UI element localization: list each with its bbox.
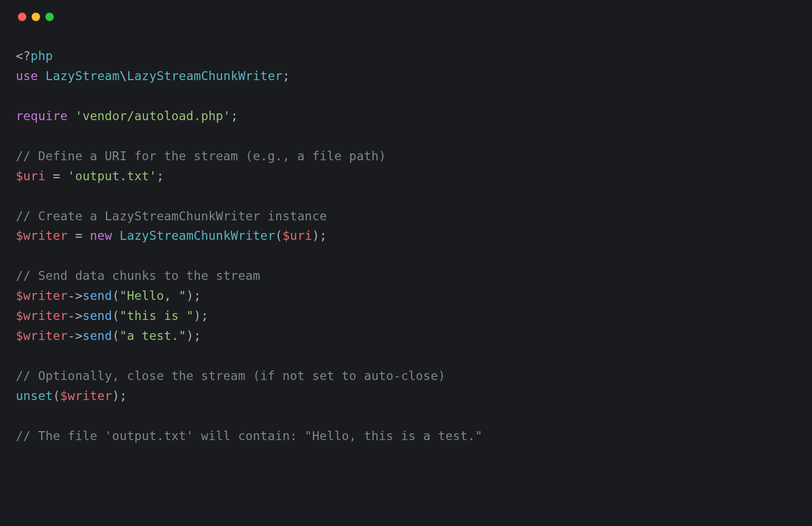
code-token: use — [16, 69, 38, 83]
code-token: LazyStreamChunkWriter — [120, 229, 275, 242]
code-token: ( — [53, 389, 60, 403]
code-token: // Send data chunks to the stream — [16, 269, 260, 283]
code-token: $writer — [60, 389, 112, 403]
code-line[interactable]: $writer = new LazyStreamChunkWriter($uri… — [16, 226, 796, 246]
code-token: $uri — [16, 169, 45, 183]
code-token: ( — [112, 309, 120, 323]
close-icon[interactable] — [18, 13, 26, 21]
code-line[interactable] — [16, 246, 796, 266]
code-line[interactable]: $uri = 'output.txt'; — [16, 167, 796, 187]
code-token: <? — [16, 49, 31, 63]
code-token: 'output.txt' — [67, 169, 157, 183]
code-token: $uri — [283, 229, 312, 242]
code-token: -> — [67, 289, 82, 303]
code-token: new — [90, 229, 112, 242]
code-token: "a test." — [120, 329, 186, 343]
code-token: $writer — [16, 289, 67, 303]
code-token: ); — [186, 289, 201, 303]
code-line[interactable]: $writer->send("a test."); — [16, 326, 796, 346]
code-token: ( — [112, 329, 120, 343]
code-token: 'vendor/autoload.php' — [75, 109, 230, 123]
code-token: LazyStream — [45, 69, 119, 83]
code-token: ); — [112, 389, 127, 403]
code-token: send — [82, 289, 112, 303]
code-token: send — [82, 309, 112, 323]
code-token — [67, 109, 75, 123]
code-line[interactable]: require 'vendor/autoload.php'; — [16, 106, 796, 126]
code-token: // The file 'output.txt' will contain: "… — [16, 429, 482, 443]
code-token: ( — [112, 289, 120, 303]
code-token: // Create a LazyStreamChunkWriter instan… — [16, 209, 327, 223]
code-token: "Hello, " — [120, 289, 186, 303]
code-editor-window: <?phpuse LazyStream\LazyStreamChunkWrite… — [0, 0, 812, 526]
code-token: -> — [67, 329, 82, 343]
code-token: ); — [186, 329, 201, 343]
code-token: php — [31, 49, 53, 63]
code-token: ; — [283, 69, 290, 83]
code-token: require — [16, 109, 67, 123]
code-line[interactable] — [16, 187, 796, 207]
code-line[interactable]: use LazyStream\LazyStreamChunkWriter; — [16, 66, 796, 86]
code-token: ); — [312, 229, 327, 242]
code-line[interactable]: // Create a LazyStreamChunkWriter instan… — [16, 207, 796, 227]
code-token: send — [82, 329, 112, 343]
code-token: $writer — [16, 309, 67, 323]
code-line[interactable]: <?php — [16, 46, 796, 66]
code-token: // Define a URI for the stream (e.g., a … — [16, 149, 386, 163]
code-token: "this is " — [120, 309, 194, 323]
code-token: ( — [275, 229, 283, 242]
code-token: LazyStreamChunkWriter — [127, 69, 283, 83]
code-line[interactable]: // Send data chunks to the stream — [16, 266, 796, 286]
minimize-icon[interactable] — [32, 13, 40, 21]
code-line[interactable] — [16, 86, 796, 106]
code-line[interactable]: // Define a URI for the stream (e.g., a … — [16, 147, 796, 167]
code-line[interactable] — [16, 346, 796, 366]
code-token: $writer — [16, 229, 67, 242]
code-line[interactable]: // Optionally, close the stream (if not … — [16, 366, 796, 386]
code-token: ; — [157, 169, 164, 183]
code-line[interactable] — [16, 126, 796, 147]
window-titlebar — [16, 13, 796, 21]
code-token: unset — [16, 389, 53, 403]
code-token: // Optionally, close the stream (if not … — [16, 369, 446, 383]
code-token: ; — [230, 109, 238, 123]
code-area[interactable]: <?phpuse LazyStream\LazyStreamChunkWrite… — [16, 46, 796, 446]
code-token: \ — [120, 69, 127, 83]
code-line[interactable]: unset($writer); — [16, 386, 796, 406]
zoom-icon[interactable] — [45, 13, 54, 21]
code-token: -> — [67, 309, 82, 323]
code-token: $writer — [16, 329, 67, 343]
code-token — [38, 69, 45, 83]
code-line[interactable]: $writer->send("Hello, "); — [16, 286, 796, 306]
code-token: ); — [194, 309, 208, 323]
code-token: = — [45, 169, 67, 183]
code-token: = — [67, 229, 90, 242]
code-line[interactable]: // The file 'output.txt' will contain: "… — [16, 426, 796, 446]
code-token — [112, 229, 120, 242]
code-line[interactable]: $writer->send("this is "); — [16, 306, 796, 326]
code-line[interactable] — [16, 406, 796, 426]
